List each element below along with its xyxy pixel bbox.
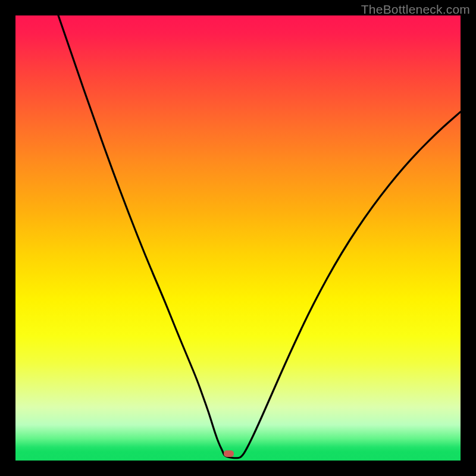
watermark-text: TheBottleneck.com xyxy=(361,2,470,17)
optimal-marker xyxy=(224,450,234,457)
bottleneck-curve xyxy=(15,15,461,461)
chart-plot-area xyxy=(15,15,461,461)
